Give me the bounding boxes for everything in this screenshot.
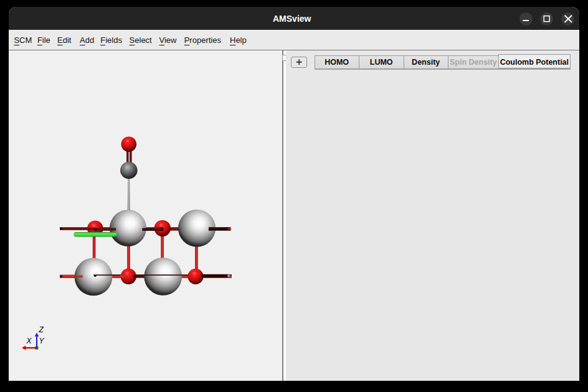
svg-text:Y: Y	[39, 337, 44, 345]
svg-text:Z: Z	[38, 325, 44, 334]
svg-text:X: X	[26, 337, 32, 345]
